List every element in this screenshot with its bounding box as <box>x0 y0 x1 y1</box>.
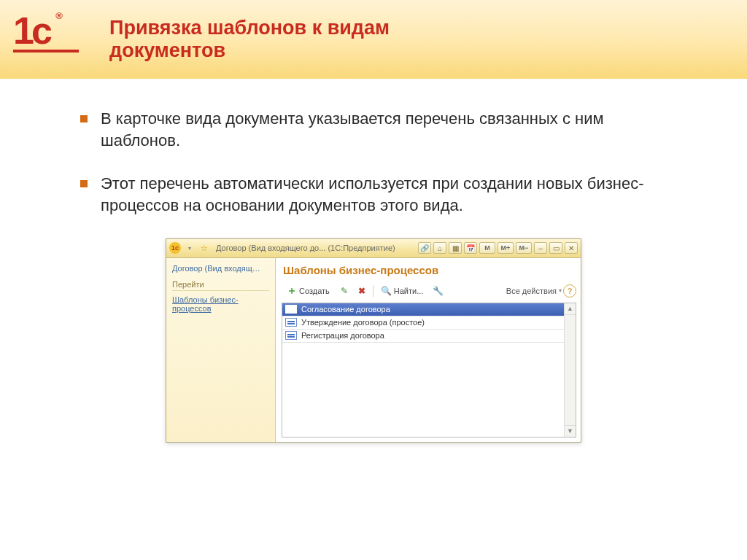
all-actions-button[interactable]: Все действия ▾ <box>506 287 562 295</box>
slide-header: 1c Привязка шаблонов к видам документов <box>0 0 747 79</box>
main-title: Шаблоны бизнес-процессов <box>282 261 576 282</box>
help-button[interactable]: ? <box>563 284 576 298</box>
template-icon <box>285 318 297 327</box>
toolbar-separator <box>373 285 374 297</box>
calculator-icon[interactable]: ▦ <box>449 242 462 254</box>
link-icon[interactable]: 🔗 <box>418 242 431 254</box>
pencil-icon: ✎ <box>340 286 349 296</box>
logo-1c: 1c <box>13 9 79 67</box>
template-icon <box>285 331 297 340</box>
find-button[interactable]: 🔍 Найти... <box>376 284 429 298</box>
window-client: Договор (Вид входящ… Перейти Шаблоны биз… <box>166 258 581 442</box>
list-item-label: Утверждение договора (простое) <box>301 318 425 327</box>
sidebar-item-templates[interactable]: Шаблоны бизнес-процессов <box>172 294 269 314</box>
edit-button[interactable]: ✎ <box>336 284 352 298</box>
list-item[interactable]: Согласование договора <box>282 303 564 316</box>
scroll-up-icon[interactable]: ▲ <box>565 303 576 315</box>
window-title: Договор (Вид входящего до... (1С:Предпри… <box>213 244 398 252</box>
scroll-down-icon[interactable]: ▼ <box>565 425 576 437</box>
dropdown-icon[interactable]: ▾ <box>184 242 196 254</box>
window-titlebar: 1c ▾ ☆ Договор (Вид входящего до... (1С:… <box>166 239 581 258</box>
vertical-scrollbar[interactable]: ▲ ▼ <box>564 303 576 437</box>
minimize-icon[interactable]: – <box>534 242 547 254</box>
app-window: 1c ▾ ☆ Договор (Вид входящего до... (1С:… <box>166 238 581 443</box>
slide-title: Привязка шаблонов к видам документов <box>109 17 460 62</box>
list-item-label: Регистрация договора <box>301 331 384 340</box>
memory-mplus-button[interactable]: M+ <box>498 242 514 254</box>
list-item[interactable]: Утверждение договора (простое) <box>282 316 564 330</box>
app-icon-1c: 1c <box>169 242 181 254</box>
restore-icon[interactable]: ▭ <box>549 242 562 254</box>
toolbar: ＋ Создать ✎ ✖ 🔍 Найти... 🔧 <box>282 282 576 303</box>
memory-mminus-button[interactable]: M− <box>516 242 532 254</box>
create-button[interactable]: ＋ Создать <box>282 284 335 298</box>
list-item[interactable]: Регистрация договора <box>282 330 564 343</box>
sidebar-section-label: Перейти <box>172 280 269 291</box>
plus-icon: ＋ <box>287 286 297 296</box>
search-icon: 🔍 <box>382 286 392 296</box>
all-actions-label: Все действия <box>506 287 557 295</box>
delete-button[interactable]: ✖ <box>354 284 370 298</box>
delete-icon: ✖ <box>357 286 366 296</box>
bullet-list: В карточке вида документа указывается пе… <box>80 108 667 217</box>
home-icon[interactable]: ⌂ <box>433 242 446 254</box>
bullet-item: В карточке вида документа указывается пе… <box>80 108 667 151</box>
list-item-label: Согласование договора <box>301 305 390 314</box>
sidebar-heading[interactable]: Договор (Вид входящ… <box>172 264 269 273</box>
close-icon[interactable]: ✕ <box>565 242 578 254</box>
bullet-item: Этот перечень автоматически используется… <box>80 173 667 216</box>
star-icon[interactable]: ☆ <box>198 242 210 254</box>
calendar-icon[interactable]: 📅 <box>464 242 477 254</box>
memory-m-button[interactable]: M <box>479 242 495 254</box>
template-icon <box>285 305 297 314</box>
create-label: Создать <box>299 287 330 295</box>
slide-body: В карточке вида документа указывается пе… <box>0 79 747 443</box>
template-list: Согласование договора Утверждение догово… <box>282 303 576 438</box>
wrench-icon: 🔧 <box>433 286 443 296</box>
main-panel: Шаблоны бизнес-процессов ＋ Создать ✎ ✖ 🔍 <box>276 258 581 442</box>
sidebar: Договор (Вид входящ… Перейти Шаблоны биз… <box>166 258 276 442</box>
settings-button[interactable]: 🔧 <box>430 284 446 298</box>
find-label: Найти... <box>394 287 424 295</box>
chevron-down-icon: ▾ <box>559 287 562 294</box>
